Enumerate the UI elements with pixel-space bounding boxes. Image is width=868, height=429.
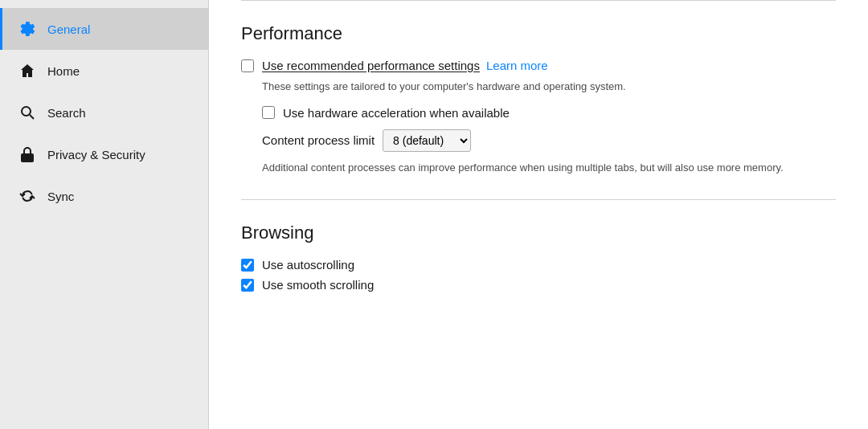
- process-limit-select[interactable]: 8 (default) 1 2 4 7: [383, 129, 471, 152]
- autoscrolling-checkbox[interactable]: [241, 259, 254, 272]
- smooth-scrolling-checkbox[interactable]: [241, 279, 254, 292]
- top-divider: [241, 0, 836, 1]
- hardware-acceleration-checkbox[interactable]: [262, 106, 275, 119]
- recommended-settings-checkbox[interactable]: [241, 59, 254, 72]
- autoscrolling-row: Use autoscrolling: [241, 258, 836, 272]
- autoscrolling-label[interactable]: Use autoscrolling: [262, 258, 354, 272]
- process-limit-hint: Additional content processes can improve…: [262, 160, 825, 176]
- smooth-scrolling-label[interactable]: Use smooth scrolling: [262, 278, 374, 292]
- lock-icon: [17, 144, 38, 165]
- sidebar-item-home[interactable]: Home: [0, 50, 208, 92]
- sidebar-item-label-home: Home: [47, 64, 80, 78]
- learn-more-link[interactable]: Learn more: [486, 59, 548, 72]
- svg-rect-2: [21, 153, 34, 162]
- process-limit-row: Content process limit 8 (default) 1 2 4 …: [262, 129, 836, 152]
- svg-line-1: [30, 115, 34, 119]
- sidebar-item-sync[interactable]: Sync: [0, 175, 208, 217]
- recommended-settings-label[interactable]: Use recommended performance settings: [262, 59, 480, 72]
- recommended-settings-row: Use recommended performance settings Lea…: [241, 59, 836, 72]
- hardware-acceleration-label[interactable]: Use hardware acceleration when available: [283, 106, 510, 120]
- sidebar-item-general[interactable]: General: [0, 8, 208, 50]
- browsing-section: Browsing Use autoscrolling Use smooth sc…: [241, 223, 836, 292]
- performance-section: Performance Use recommended performance …: [241, 23, 836, 175]
- sidebar-item-privacy-security[interactable]: Privacy & Security: [0, 133, 208, 175]
- sidebar-item-search[interactable]: Search: [0, 92, 208, 133]
- sidebar-item-label-sync: Sync: [47, 190, 74, 203]
- home-icon: [17, 60, 38, 81]
- recommended-settings-hint: These settings are tailored to your comp…: [262, 79, 836, 95]
- performance-title: Performance: [241, 23, 836, 44]
- search-icon: [17, 102, 38, 123]
- main-content: Performance Use recommended performance …: [209, 0, 868, 429]
- process-limit-label: Content process limit: [262, 133, 375, 147]
- smooth-scrolling-row: Use smooth scrolling: [241, 278, 836, 292]
- sidebar: General Home Search Privacy & Security: [0, 0, 209, 429]
- gear-icon: [17, 18, 38, 39]
- sidebar-item-label-general: General: [47, 22, 90, 36]
- svg-point-0: [22, 107, 31, 116]
- sidebar-item-label-search: Search: [47, 106, 86, 120]
- sync-icon: [17, 186, 38, 206]
- sidebar-item-label-privacy-security: Privacy & Security: [47, 148, 145, 161]
- browsing-title: Browsing: [241, 223, 836, 243]
- hardware-acceleration-row: Use hardware acceleration when available: [262, 106, 836, 120]
- mid-divider: [241, 199, 836, 200]
